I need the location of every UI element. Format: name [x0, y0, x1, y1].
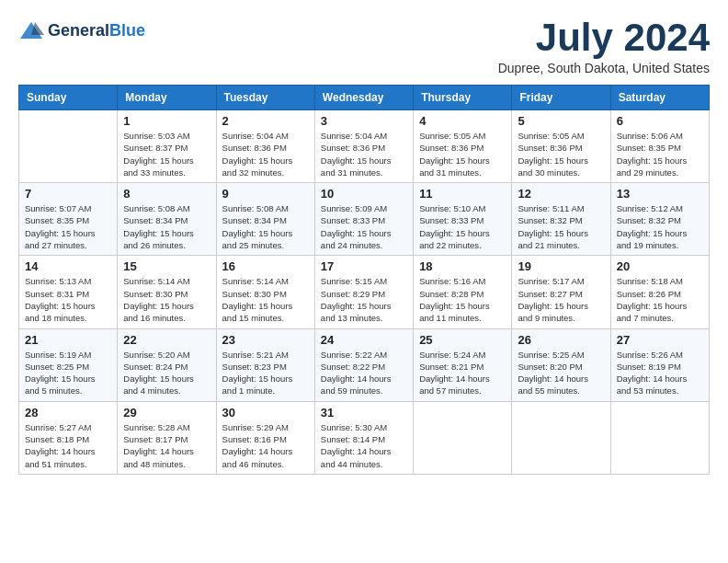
day-info: Sunrise: 5:25 AM Sunset: 8:20 PM Dayligh…	[518, 349, 604, 397]
calendar-cell: 4Sunrise: 5:05 AM Sunset: 8:36 PM Daylig…	[414, 110, 512, 183]
calendar-cell: 31Sunrise: 5:30 AM Sunset: 8:14 PM Dayli…	[314, 401, 413, 474]
day-info: Sunrise: 5:04 AM Sunset: 8:36 PM Dayligh…	[222, 130, 309, 178]
calendar-week-2: 7Sunrise: 5:07 AM Sunset: 8:35 PM Daylig…	[19, 183, 710, 256]
calendar-cell: 22Sunrise: 5:20 AM Sunset: 8:24 PM Dayli…	[118, 328, 216, 401]
day-info: Sunrise: 5:26 AM Sunset: 8:19 PM Dayligh…	[617, 349, 703, 397]
calendar-cell: 24Sunrise: 5:22 AM Sunset: 8:22 PM Dayli…	[314, 328, 413, 401]
day-info: Sunrise: 5:30 AM Sunset: 8:14 PM Dayligh…	[321, 421, 407, 470]
calendar-week-1: 1Sunrise: 5:03 AM Sunset: 8:37 PM Daylig…	[19, 110, 710, 183]
calendar-cell: 1Sunrise: 5:03 AM Sunset: 8:37 PM Daylig…	[118, 110, 216, 183]
calendar-cell: 19Sunrise: 5:17 AM Sunset: 8:27 PM Dayli…	[512, 256, 610, 328]
logo: GeneralBlue	[18, 18, 145, 44]
day-number: 26	[518, 333, 604, 347]
weekday-header-tuesday: Tuesday	[216, 86, 314, 110]
day-number: 8	[123, 187, 210, 201]
day-info: Sunrise: 5:27 AM Sunset: 8:18 PM Dayligh…	[25, 421, 111, 470]
day-number: 1	[123, 114, 210, 128]
day-number: 12	[518, 187, 604, 201]
day-info: Sunrise: 5:03 AM Sunset: 8:37 PM Dayligh…	[123, 130, 210, 178]
calendar-cell: 3Sunrise: 5:04 AM Sunset: 8:36 PM Daylig…	[314, 110, 413, 183]
day-number: 2	[222, 114, 309, 128]
day-number: 31	[321, 406, 407, 419]
calendar-cell: 23Sunrise: 5:21 AM Sunset: 8:23 PM Dayli…	[216, 328, 314, 401]
weekday-header-wednesday: Wednesday	[314, 86, 413, 110]
calendar-cell: 6Sunrise: 5:06 AM Sunset: 8:35 PM Daylig…	[610, 110, 709, 183]
day-info: Sunrise: 5:15 AM Sunset: 8:29 PM Dayligh…	[321, 275, 407, 324]
day-number: 18	[419, 259, 506, 273]
day-info: Sunrise: 5:11 AM Sunset: 8:32 PM Dayligh…	[518, 202, 604, 251]
calendar-cell: 30Sunrise: 5:29 AM Sunset: 8:16 PM Dayli…	[216, 401, 314, 474]
day-number: 15	[123, 259, 210, 273]
day-number: 22	[123, 333, 210, 347]
day-number: 11	[419, 187, 506, 201]
page-header: GeneralBlue July 2024 Dupree, South Dako…	[18, 18, 710, 75]
day-number: 28	[25, 406, 111, 419]
calendar-cell: 29Sunrise: 5:28 AM Sunset: 8:17 PM Dayli…	[118, 401, 216, 474]
day-number: 14	[25, 259, 111, 273]
calendar-cell: 16Sunrise: 5:14 AM Sunset: 8:30 PM Dayli…	[216, 256, 314, 328]
calendar-cell: 20Sunrise: 5:18 AM Sunset: 8:26 PM Dayli…	[610, 256, 709, 328]
calendar-cell: 7Sunrise: 5:07 AM Sunset: 8:35 PM Daylig…	[19, 183, 118, 256]
calendar-cell: 5Sunrise: 5:05 AM Sunset: 8:36 PM Daylig…	[512, 110, 610, 183]
calendar-cell: 2Sunrise: 5:04 AM Sunset: 8:36 PM Daylig…	[216, 110, 314, 183]
calendar-cell	[512, 401, 610, 474]
calendar-cell: 13Sunrise: 5:12 AM Sunset: 8:32 PM Dayli…	[610, 183, 709, 256]
calendar-cell: 12Sunrise: 5:11 AM Sunset: 8:32 PM Dayli…	[512, 183, 610, 256]
calendar-cell: 14Sunrise: 5:13 AM Sunset: 8:31 PM Dayli…	[19, 256, 118, 328]
weekday-header-row: SundayMondayTuesdayWednesdayThursdayFrid…	[19, 86, 710, 110]
month-title: July 2024	[498, 18, 710, 57]
calendar-cell: 26Sunrise: 5:25 AM Sunset: 8:20 PM Dayli…	[512, 328, 610, 401]
calendar-cell: 10Sunrise: 5:09 AM Sunset: 8:33 PM Dayli…	[314, 183, 413, 256]
day-number: 3	[321, 114, 407, 128]
calendar-cell: 21Sunrise: 5:19 AM Sunset: 8:25 PM Dayli…	[19, 328, 118, 401]
day-info: Sunrise: 5:08 AM Sunset: 8:34 PM Dayligh…	[123, 202, 210, 251]
calendar-cell: 17Sunrise: 5:15 AM Sunset: 8:29 PM Dayli…	[314, 256, 413, 328]
weekday-header-friday: Friday	[512, 86, 610, 110]
day-info: Sunrise: 5:14 AM Sunset: 8:30 PM Dayligh…	[222, 275, 309, 324]
day-info: Sunrise: 5:06 AM Sunset: 8:35 PM Dayligh…	[617, 130, 703, 178]
calendar-cell: 15Sunrise: 5:14 AM Sunset: 8:30 PM Dayli…	[118, 256, 216, 328]
day-number: 17	[321, 259, 407, 273]
day-info: Sunrise: 5:21 AM Sunset: 8:23 PM Dayligh…	[222, 349, 309, 397]
weekday-header-monday: Monday	[118, 86, 216, 110]
logo-text: GeneralBlue	[48, 22, 145, 40]
day-number: 19	[518, 259, 604, 273]
day-number: 24	[321, 333, 407, 347]
day-number: 21	[25, 333, 111, 347]
day-info: Sunrise: 5:04 AM Sunset: 8:36 PM Dayligh…	[321, 130, 407, 178]
day-info: Sunrise: 5:08 AM Sunset: 8:34 PM Dayligh…	[222, 202, 309, 251]
svg-marker-1	[31, 22, 44, 35]
weekday-header-sunday: Sunday	[19, 86, 118, 110]
calendar-cell: 11Sunrise: 5:10 AM Sunset: 8:33 PM Dayli…	[414, 183, 512, 256]
day-number: 5	[518, 114, 604, 128]
day-info: Sunrise: 5:19 AM Sunset: 8:25 PM Dayligh…	[25, 349, 111, 397]
day-info: Sunrise: 5:05 AM Sunset: 8:36 PM Dayligh…	[518, 130, 604, 178]
logo-icon	[18, 18, 44, 44]
weekday-header-saturday: Saturday	[610, 86, 709, 110]
day-info: Sunrise: 5:12 AM Sunset: 8:32 PM Dayligh…	[617, 202, 703, 251]
calendar-week-5: 28Sunrise: 5:27 AM Sunset: 8:18 PM Dayli…	[19, 401, 710, 474]
day-info: Sunrise: 5:09 AM Sunset: 8:33 PM Dayligh…	[321, 202, 407, 251]
day-info: Sunrise: 5:10 AM Sunset: 8:33 PM Dayligh…	[419, 202, 506, 251]
calendar-cell: 25Sunrise: 5:24 AM Sunset: 8:21 PM Dayli…	[414, 328, 512, 401]
title-section: July 2024 Dupree, South Dakota, United S…	[498, 18, 710, 75]
day-info: Sunrise: 5:18 AM Sunset: 8:26 PM Dayligh…	[617, 275, 703, 324]
day-info: Sunrise: 5:29 AM Sunset: 8:16 PM Dayligh…	[222, 421, 309, 470]
location: Dupree, South Dakota, United States	[498, 61, 710, 75]
day-number: 4	[419, 114, 506, 128]
calendar-week-3: 14Sunrise: 5:13 AM Sunset: 8:31 PM Dayli…	[19, 256, 710, 328]
calendar-cell: 27Sunrise: 5:26 AM Sunset: 8:19 PM Dayli…	[610, 328, 709, 401]
weekday-header-thursday: Thursday	[414, 86, 512, 110]
day-info: Sunrise: 5:20 AM Sunset: 8:24 PM Dayligh…	[123, 349, 210, 397]
day-number: 16	[222, 259, 309, 273]
calendar-cell	[19, 110, 118, 183]
day-number: 10	[321, 187, 407, 201]
calendar-cell	[414, 401, 512, 474]
day-number: 7	[25, 187, 111, 201]
day-number: 6	[617, 114, 703, 128]
day-info: Sunrise: 5:28 AM Sunset: 8:17 PM Dayligh…	[123, 421, 210, 470]
calendar-table: SundayMondayTuesdayWednesdayThursdayFrid…	[18, 85, 710, 475]
day-info: Sunrise: 5:24 AM Sunset: 8:21 PM Dayligh…	[419, 349, 506, 397]
day-info: Sunrise: 5:22 AM Sunset: 8:22 PM Dayligh…	[321, 349, 407, 397]
day-number: 27	[617, 333, 703, 347]
